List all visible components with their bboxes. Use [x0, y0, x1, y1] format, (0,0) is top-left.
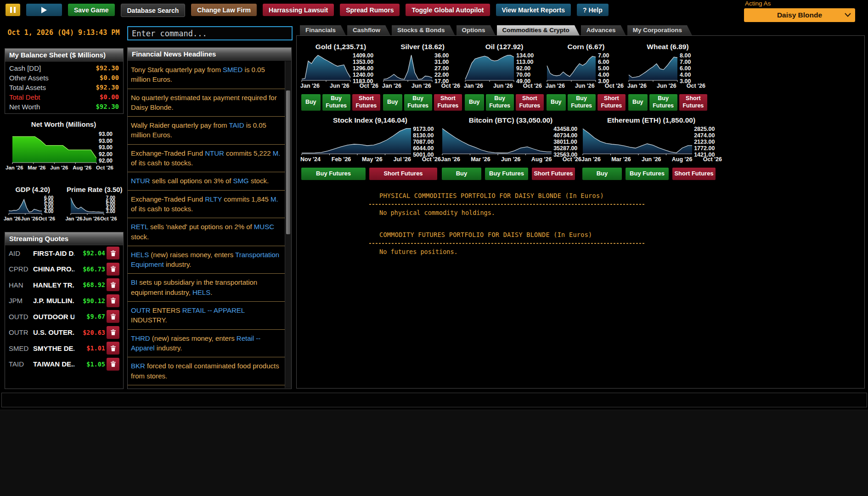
quote-row-han[interactable]: HANHANLEY TR...$68.92 [5, 277, 123, 293]
quote-row-outr[interactable]: OUTRU.S. OUTER...$20.63 [5, 325, 123, 341]
quote-row-cprd[interactable]: CPRDCHINA PRO...$66.73 [5, 261, 123, 277]
quote-row-aid[interactable]: AIDFIRST-AID D...$92.04 [5, 245, 123, 261]
y-axis-labels: 1409.001353.001296.001240.001183.00 [353, 52, 379, 82]
column-stock_index: Stock Index (9,146.04)9173.008130.007087… [301, 116, 439, 180]
news-ticker-link[interactable]: RLTY [205, 195, 222, 203]
buy-oil-button[interactable]: Buy [465, 94, 484, 111]
buy-wheat-button[interactable]: Buy [628, 94, 648, 111]
chart-corn: Corn (6.67)7.006.005.004.003.00Jan '26Ju… [547, 43, 626, 89]
remove-quote-button[interactable] [107, 278, 119, 291]
news-ticker-link[interactable]: SMED [223, 66, 242, 73]
short-futures-oil-button[interactable]: Short Futures [516, 94, 544, 111]
short-futures-bitcoin-button[interactable]: Short Futures [532, 168, 575, 180]
buy-bitcoin-button[interactable]: Buy [442, 168, 481, 180]
portfolio-heading: COMMODITY FUTURES PORTFOLIO FOR DAISY BL… [379, 231, 645, 238]
news-ticker-link[interactable]: RETL [131, 223, 148, 231]
trade-buttons-gold: BuyBuy FuturesShort Futures [301, 94, 380, 111]
news-ticker-link[interactable]: NTUR [205, 149, 224, 157]
remove-quote-button[interactable] [107, 342, 119, 355]
y-axis-labels: 8.007.006.004.003.00 [680, 52, 706, 82]
remove-quote-button[interactable] [107, 294, 119, 307]
save-game-button[interactable]: Save Game [68, 4, 115, 16]
quote-row-jpm[interactable]: JPMJ.P. MULLIN...$90.12 [5, 293, 123, 309]
harrassing-lawsuit-button[interactable]: Harrassing Lawsuit [263, 4, 334, 16]
buy-ethereum-button[interactable]: Buy [582, 168, 622, 180]
quote-row-outd[interactable]: OUTDOUTDOOR U...$9.67 [5, 309, 123, 325]
short-futures-wheat-button[interactable]: Short Futures [679, 94, 707, 111]
toggle-global-autopilot-button[interactable]: Toggle Global Autopilot [406, 4, 490, 16]
news-ticker-link[interactable]: BI [131, 278, 137, 286]
tab-options[interactable]: Options [457, 25, 496, 35]
buy-futures-gold-button[interactable]: Buy Futures [322, 94, 350, 111]
short-futures-corn-button[interactable]: Short Futures [597, 94, 626, 111]
buy-futures-wheat-button[interactable]: Buy Futures [649, 94, 677, 111]
dashed-divider [369, 204, 645, 205]
news-ticker-link[interactable]: HELS [131, 251, 149, 259]
news-ticker-link[interactable]: NTUR [131, 177, 150, 185]
tab-cashflow[interactable]: Cashflow [347, 25, 390, 35]
remove-quote-button[interactable] [107, 358, 119, 371]
short-futures-gold-button[interactable]: Short Futures [352, 94, 380, 111]
news-ticker-link[interactable]: M. [271, 195, 278, 203]
news-ticker-link[interactable]: HELS [192, 288, 210, 296]
news-ticker-link[interactable]: BKR [131, 362, 145, 370]
news-item: Wally Raider quarterly pay from TAID is … [128, 117, 285, 145]
news-item: HELS (new) raises money, enters Transpor… [128, 246, 285, 274]
short-futures-stock_index-button[interactable]: Short Futures [369, 168, 437, 180]
buy-corn-button[interactable]: Buy [547, 94, 566, 111]
short-futures-ethereum-button[interactable]: Short Futures [672, 168, 716, 180]
tab-stocks-bonds[interactable]: Stocks & Bonds [392, 25, 455, 35]
acting-as-dropdown[interactable]: Daisy Blonde [744, 8, 855, 22]
play-button[interactable] [26, 4, 62, 16]
chart-title-wheat: Wheat (6.89) [628, 43, 707, 51]
tab-commodities-crypto[interactable]: Commodities & Crypto [497, 25, 580, 35]
database-search-button[interactable]: Database Search [121, 4, 186, 17]
tab-advances[interactable]: Advances [581, 25, 626, 35]
portfolio-heading: PHYSICAL COMMODITIES PORTFOLIO FOR DAISY… [379, 192, 645, 199]
quote-symbol: JPM [9, 297, 32, 304]
change-law-firm-button[interactable]: Change Law Firm [191, 4, 257, 16]
quote-row-taid[interactable]: TAIDTAIWAN DE...$1.05 [5, 356, 123, 372]
buy-futures-bitcoin-button[interactable]: Buy Futures [485, 168, 528, 180]
quote-name: SMYTHE DE... [33, 344, 74, 352]
y-axis-labels: 7.006.005.004.003.00 [106, 195, 122, 215]
buy-gold-button[interactable]: Buy [301, 94, 321, 111]
command-input[interactable] [127, 26, 293, 40]
short-futures-silver-button[interactable]: Short Futures [434, 94, 462, 111]
buy-futures-silver-button[interactable]: Buy Futures [404, 94, 432, 111]
buy-futures-oil-button[interactable]: Buy Futures [486, 94, 514, 111]
news-scrollbar-thumb[interactable] [286, 90, 290, 234]
news-ticker-link[interactable]: OUTR [131, 306, 151, 314]
remove-quote-button[interactable] [107, 263, 119, 276]
remove-quote-button[interactable] [107, 247, 119, 259]
acting-as-value: Daisy Blonde [777, 11, 822, 19]
quote-name: OUTDOOR U... [33, 313, 74, 321]
news-ticker-link[interactable]: MUSC [254, 223, 274, 231]
help-button[interactable]: ? Help [577, 4, 609, 16]
news-ticker-link[interactable]: M. [273, 149, 281, 157]
tab-my-corporations[interactable]: My Corporations [627, 25, 692, 35]
news-ticker-link[interactable]: THRD [131, 334, 150, 342]
remove-quote-button[interactable] [107, 310, 119, 323]
pause-button[interactable] [6, 4, 20, 16]
quote-price: $20.63 [76, 329, 105, 336]
news-scrollbar[interactable] [285, 61, 291, 388]
chart-plot-ethereum [582, 126, 692, 155]
news-ticker-link[interactable]: RETAIL -- APPAREL [182, 306, 245, 314]
buy-futures-ethereum-button[interactable]: Buy Futures [626, 168, 669, 180]
buy-futures-corn-button[interactable]: Buy Futures [568, 94, 596, 111]
y-axis-labels: 93.0093.0093.0092.0092.00 [99, 131, 120, 164]
news-ticker-link[interactable]: SMG [233, 177, 249, 185]
balance-row-total-assets: Total Assets$92.30 [5, 83, 123, 92]
chart-plot-wheat [628, 52, 678, 82]
spread-rumors-button[interactable]: Spread Rumors [340, 4, 400, 16]
buy-silver-button[interactable]: Buy [383, 94, 402, 111]
news-text: (new) raises money, enters [149, 251, 235, 259]
news-text: forced to recall contaminated food produ… [131, 362, 279, 379]
view-market-reports-button[interactable]: View Market Reports [496, 4, 571, 16]
buy-futures-stock_index-button[interactable]: Buy Futures [301, 168, 366, 180]
news-ticker-link[interactable]: TAID [229, 121, 244, 129]
quote-row-smed[interactable]: SMEDSMYTHE DE...$1.01 [5, 340, 123, 356]
remove-quote-button[interactable] [107, 326, 119, 339]
tab-financials[interactable]: Financials [300, 25, 346, 35]
